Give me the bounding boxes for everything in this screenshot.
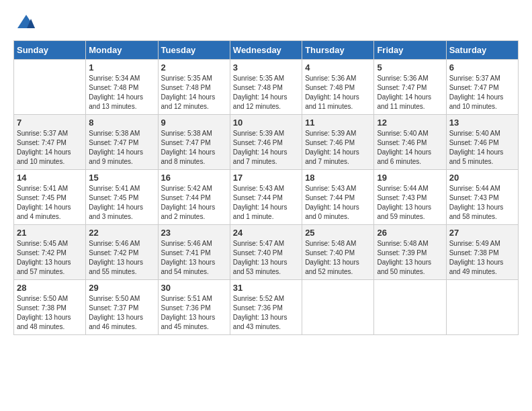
calendar-cell: 21Sunrise: 5:45 AM Sunset: 7:42 PM Dayli… <box>14 225 86 280</box>
day-number: 1 <box>89 62 154 73</box>
calendar-cell: 14Sunrise: 5:41 AM Sunset: 7:45 PM Dayli… <box>14 170 86 225</box>
day-info: Sunrise: 5:37 AM Sunset: 7:47 PM Dayligh… <box>17 129 83 167</box>
day-number: 24 <box>233 228 299 238</box>
logo-icon <box>16 13 36 34</box>
calendar-cell: 7Sunrise: 5:37 AM Sunset: 7:47 PM Daylig… <box>14 115 86 170</box>
day-info: Sunrise: 5:41 AM Sunset: 7:45 PM Dayligh… <box>17 184 83 222</box>
calendar-week-3: 14Sunrise: 5:41 AM Sunset: 7:45 PM Dayli… <box>14 170 519 225</box>
day-info: Sunrise: 5:47 AM Sunset: 7:40 PM Dayligh… <box>233 239 299 277</box>
calendar-week-1: 1Sunrise: 5:34 AM Sunset: 7:48 PM Daylig… <box>14 60 519 115</box>
day-header-sunday: Sunday <box>14 41 86 60</box>
day-info: Sunrise: 5:43 AM Sunset: 7:44 PM Dayligh… <box>233 184 299 222</box>
day-info: Sunrise: 5:44 AM Sunset: 7:43 PM Dayligh… <box>377 184 443 222</box>
calendar-cell: 8Sunrise: 5:38 AM Sunset: 7:47 PM Daylig… <box>86 115 158 170</box>
day-number: 16 <box>161 173 227 183</box>
day-info: Sunrise: 5:42 AM Sunset: 7:44 PM Dayligh… <box>161 184 227 222</box>
day-info: Sunrise: 5:37 AM Sunset: 7:47 PM Dayligh… <box>449 74 515 111</box>
day-header-saturday: Saturday <box>446 41 518 60</box>
calendar-cell: 3Sunrise: 5:35 AM Sunset: 7:48 PM Daylig… <box>230 60 302 115</box>
day-info: Sunrise: 5:48 AM Sunset: 7:39 PM Dayligh… <box>377 239 443 277</box>
day-number: 12 <box>377 118 443 128</box>
calendar-week-4: 21Sunrise: 5:45 AM Sunset: 7:42 PM Dayli… <box>14 225 519 280</box>
day-number: 13 <box>449 118 515 128</box>
day-info: Sunrise: 5:52 AM Sunset: 7:36 PM Dayligh… <box>233 294 299 332</box>
day-header-friday: Friday <box>374 41 446 60</box>
day-number: 14 <box>17 173 83 183</box>
calendar-cell: 30Sunrise: 5:51 AM Sunset: 7:36 PM Dayli… <box>158 280 230 335</box>
logo <box>13 13 36 34</box>
day-number: 9 <box>161 118 227 128</box>
calendar-cell: 27Sunrise: 5:49 AM Sunset: 7:38 PM Dayli… <box>446 225 518 280</box>
day-info: Sunrise: 5:38 AM Sunset: 7:47 PM Dayligh… <box>161 129 227 167</box>
day-info: Sunrise: 5:35 AM Sunset: 7:48 PM Dayligh… <box>233 74 299 111</box>
page-header <box>13 13 519 34</box>
calendar-cell: 31Sunrise: 5:52 AM Sunset: 7:36 PM Dayli… <box>230 280 302 335</box>
calendar-cell: 29Sunrise: 5:50 AM Sunset: 7:37 PM Dayli… <box>86 280 158 335</box>
calendar-cell: 23Sunrise: 5:46 AM Sunset: 7:41 PM Dayli… <box>158 225 230 280</box>
day-number: 18 <box>305 173 371 183</box>
day-info: Sunrise: 5:39 AM Sunset: 7:46 PM Dayligh… <box>233 129 299 167</box>
day-info: Sunrise: 5:43 AM Sunset: 7:44 PM Dayligh… <box>305 184 371 222</box>
day-number: 4 <box>305 62 371 73</box>
day-number: 7 <box>17 118 83 128</box>
day-info: Sunrise: 5:46 AM Sunset: 7:42 PM Dayligh… <box>89 239 154 277</box>
day-number: 28 <box>17 283 83 293</box>
day-info: Sunrise: 5:34 AM Sunset: 7:48 PM Dayligh… <box>89 74 154 111</box>
day-info: Sunrise: 5:50 AM Sunset: 7:38 PM Dayligh… <box>17 294 83 332</box>
calendar-cell <box>14 60 86 115</box>
day-number: 26 <box>377 228 443 238</box>
day-info: Sunrise: 5:40 AM Sunset: 7:46 PM Dayligh… <box>449 129 515 167</box>
day-header-monday: Monday <box>86 41 158 60</box>
calendar-cell: 6Sunrise: 5:37 AM Sunset: 7:47 PM Daylig… <box>446 60 518 115</box>
calendar-cell: 15Sunrise: 5:41 AM Sunset: 7:45 PM Dayli… <box>86 170 158 225</box>
calendar-header: SundayMondayTuesdayWednesdayThursdayFrid… <box>14 41 519 60</box>
calendar-cell: 10Sunrise: 5:39 AM Sunset: 7:46 PM Dayli… <box>230 115 302 170</box>
day-header-thursday: Thursday <box>302 41 374 60</box>
calendar-cell: 20Sunrise: 5:44 AM Sunset: 7:43 PM Dayli… <box>446 170 518 225</box>
calendar-cell <box>302 280 374 335</box>
day-number: 8 <box>89 118 154 128</box>
calendar-cell: 25Sunrise: 5:48 AM Sunset: 7:40 PM Dayli… <box>302 225 374 280</box>
day-info: Sunrise: 5:41 AM Sunset: 7:45 PM Dayligh… <box>89 184 154 222</box>
day-number: 5 <box>377 62 443 73</box>
day-info: Sunrise: 5:36 AM Sunset: 7:48 PM Dayligh… <box>305 74 371 111</box>
calendar-week-5: 28Sunrise: 5:50 AM Sunset: 7:38 PM Dayli… <box>14 280 519 335</box>
day-number: 10 <box>233 118 299 128</box>
calendar-cell: 13Sunrise: 5:40 AM Sunset: 7:46 PM Dayli… <box>446 115 518 170</box>
day-info: Sunrise: 5:45 AM Sunset: 7:42 PM Dayligh… <box>17 239 83 277</box>
day-info: Sunrise: 5:51 AM Sunset: 7:36 PM Dayligh… <box>161 294 227 332</box>
calendar-cell: 4Sunrise: 5:36 AM Sunset: 7:48 PM Daylig… <box>302 60 374 115</box>
day-header-tuesday: Tuesday <box>158 41 230 60</box>
day-info: Sunrise: 5:40 AM Sunset: 7:46 PM Dayligh… <box>377 129 443 167</box>
day-number: 15 <box>89 173 154 183</box>
calendar-cell: 24Sunrise: 5:47 AM Sunset: 7:40 PM Dayli… <box>230 225 302 280</box>
calendar-cell: 28Sunrise: 5:50 AM Sunset: 7:38 PM Dayli… <box>14 280 86 335</box>
day-number: 22 <box>89 228 154 238</box>
calendar-cell <box>374 280 446 335</box>
calendar-cell: 18Sunrise: 5:43 AM Sunset: 7:44 PM Dayli… <box>302 170 374 225</box>
calendar-cell: 11Sunrise: 5:39 AM Sunset: 7:46 PM Dayli… <box>302 115 374 170</box>
day-info: Sunrise: 5:50 AM Sunset: 7:37 PM Dayligh… <box>89 294 154 332</box>
calendar-cell <box>446 280 518 335</box>
calendar-cell: 17Sunrise: 5:43 AM Sunset: 7:44 PM Dayli… <box>230 170 302 225</box>
calendar-cell: 9Sunrise: 5:38 AM Sunset: 7:47 PM Daylig… <box>158 115 230 170</box>
day-number: 21 <box>17 228 83 238</box>
day-number: 30 <box>161 283 227 293</box>
calendar-cell: 26Sunrise: 5:48 AM Sunset: 7:39 PM Dayli… <box>374 225 446 280</box>
day-info: Sunrise: 5:48 AM Sunset: 7:40 PM Dayligh… <box>305 239 371 277</box>
calendar-cell: 5Sunrise: 5:36 AM Sunset: 7:47 PM Daylig… <box>374 60 446 115</box>
day-number: 27 <box>449 228 515 238</box>
calendar-cell: 1Sunrise: 5:34 AM Sunset: 7:48 PM Daylig… <box>86 60 158 115</box>
day-info: Sunrise: 5:38 AM Sunset: 7:47 PM Dayligh… <box>89 129 154 167</box>
day-info: Sunrise: 5:35 AM Sunset: 7:48 PM Dayligh… <box>161 74 227 111</box>
calendar-week-2: 7Sunrise: 5:37 AM Sunset: 7:47 PM Daylig… <box>14 115 519 170</box>
day-number: 3 <box>233 62 299 73</box>
calendar-cell: 22Sunrise: 5:46 AM Sunset: 7:42 PM Dayli… <box>86 225 158 280</box>
calendar-table: SundayMondayTuesdayWednesdayThursdayFrid… <box>13 40 519 335</box>
day-info: Sunrise: 5:46 AM Sunset: 7:41 PM Dayligh… <box>161 239 227 277</box>
day-number: 31 <box>233 283 299 293</box>
day-header-wednesday: Wednesday <box>230 41 302 60</box>
day-number: 6 <box>449 62 515 73</box>
day-number: 19 <box>377 173 443 183</box>
day-info: Sunrise: 5:36 AM Sunset: 7:47 PM Dayligh… <box>377 74 443 111</box>
